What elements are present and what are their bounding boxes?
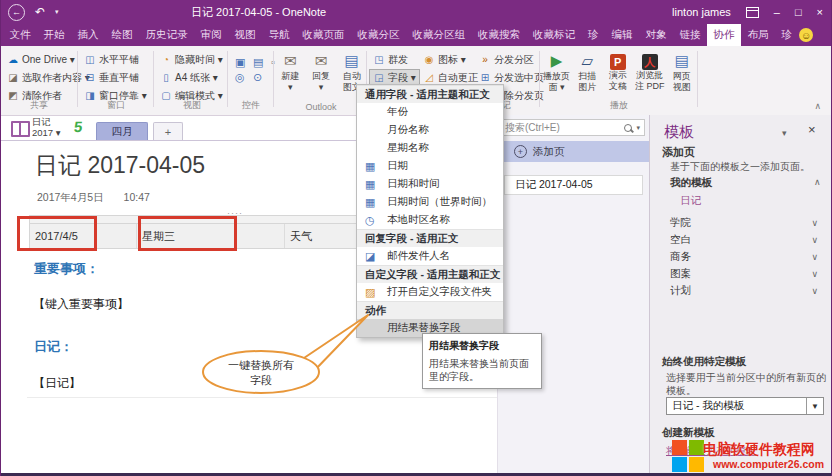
page-list-item[interactable]: 日记 2017-04-05 <box>504 175 643 195</box>
pane-close-icon[interactable]: × <box>808 122 816 137</box>
donut-control-icon[interactable]: ◎ <box>235 71 249 84</box>
template-category[interactable]: 学院∨ <box>670 214 818 231</box>
minimize-icon[interactable]: – <box>774 7 780 18</box>
my-templates-header[interactable]: 我的模板 <box>670 176 712 190</box>
search-placeholder: 搜索(Ctrl+E) <box>505 121 560 135</box>
textfield-control-icon[interactable]: ▤ <box>253 56 267 69</box>
field-menu-item[interactable]: 年份 <box>357 103 503 121</box>
ribbon-tab[interactable]: 收藏搜索 <box>472 24 527 46</box>
field-menu-item[interactable]: ▨打开自定义字段文件夹 <box>357 283 503 301</box>
template-category[interactable]: 图案∨ <box>670 265 818 282</box>
add-page-button[interactable]: + 添加页 <box>498 141 650 162</box>
field-menu-item[interactable]: ▦日期时间（世界时间） <box>357 193 503 211</box>
search-scope-caret-icon[interactable]: ▾ <box>636 124 640 132</box>
pane-menu-caret-icon[interactable]: ▾ <box>782 128 787 138</box>
annotation-red-box-date <box>17 216 97 251</box>
ribbon-button[interactable]: ◔隐藏时间 ▾ <box>156 51 228 68</box>
field-menu-item[interactable]: ▦日期 <box>357 157 503 175</box>
field-menu-item[interactable]: 通用字段 - 适用主题和正文 <box>357 85 503 103</box>
field-menu-item[interactable]: ◪邮件发件人名 <box>357 247 503 265</box>
ribbon-tab[interactable]: 插入 <box>71 24 105 46</box>
acrobat-icon: 人 <box>642 54 658 70</box>
ribbon-button[interactable]: ◪选取作者内容 ▾ <box>3 69 75 86</box>
ribbon-tab[interactable]: 收藏分区组 <box>406 24 472 46</box>
heading-diary[interactable]: 日记： <box>34 338 73 356</box>
template-category[interactable]: 商务∨ <box>670 248 818 265</box>
notebook-name[interactable]: 日记 2017 ▾ <box>32 116 61 138</box>
new-section-tab[interactable]: + <box>153 122 183 140</box>
ribbon-tab[interactable]: 链接 <box>673 24 707 46</box>
ribbon-tab[interactable]: 珍 <box>775 24 799 46</box>
ribbon-big-button[interactable]: ✉回复▾ <box>308 50 335 92</box>
folder-icon: ▨ <box>365 286 375 299</box>
add-page-header: 添加页 <box>662 145 695 160</box>
ribbon-group-view: ◔隐藏时间 ▾▯A4 纸张 ▾▢编辑模式 ▾ 视图 <box>156 50 228 112</box>
field-menu-item[interactable]: 自定义字段 - 适用主题和正文 <box>357 265 503 283</box>
placeholder-important[interactable]: 【键入重要事项】 <box>33 296 129 313</box>
ribbon-tab[interactable]: 对象 <box>639 24 673 46</box>
customize-qat-icon[interactable]: ▾ <box>55 8 59 16</box>
default-template-select[interactable]: 日记 - 我的模板 ▼ <box>666 397 824 415</box>
ribbon-tab[interactable]: 协作 <box>707 24 741 46</box>
ribbon-tab[interactable]: 收藏标记 <box>527 24 582 46</box>
field-menu-item[interactable]: 星期名称 <box>357 139 503 157</box>
ribbon-big-button[interactable]: ▱扫描图片 <box>574 50 601 92</box>
dist-section-icon: » <box>479 54 491 65</box>
ribbon-big-button[interactable]: 人浏览批注 PDF <box>635 50 665 92</box>
ribbon-button[interactable]: ⊟垂直平铺 <box>80 69 152 86</box>
search-input[interactable]: 搜索(Ctrl+E) ▾ <box>500 119 645 136</box>
back-icon[interactable]: ← <box>8 4 25 21</box>
template-link-diary[interactable]: 日记 <box>680 194 701 208</box>
feedback-smiley-icon[interactable]: ☺ <box>799 28 813 42</box>
placeholder-diary[interactable]: 【日记】 <box>33 375 81 392</box>
ribbon-big-button[interactable]: ▶播放页面 ▾ <box>543 50 570 92</box>
select-caret-icon[interactable]: ▼ <box>806 398 823 414</box>
ribbon-big-button[interactable]: ✉新建▾ <box>277 50 304 92</box>
undo-icon[interactable]: ↶ <box>35 6 45 18</box>
ribbon-tab[interactable]: 收藏分区 <box>351 24 406 46</box>
ribbon-big-button[interactable]: P演示文稿 <box>605 50 632 92</box>
template-category[interactable]: 空白∨ <box>670 231 818 248</box>
expand-chevron-icon: ∨ <box>811 286 818 296</box>
ribbon-button[interactable]: ◉图标 ▾ <box>419 51 482 68</box>
ribbon-tab[interactable]: 绘图 <box>105 24 139 46</box>
collapse-ribbon-icon[interactable]: ∧ <box>814 101 821 111</box>
ribbon-tab[interactable]: 文件 <box>3 24 37 46</box>
ribbon-tab[interactable]: 收藏页面 <box>296 24 351 46</box>
ribbon-button[interactable]: ☁One Drive ▾ <box>3 51 75 68</box>
radio-control-icon[interactable]: ⊙ <box>253 71 267 84</box>
windows-logo-icon <box>672 440 704 472</box>
user-name[interactable]: linton james <box>672 6 731 18</box>
ribbon-tab[interactable]: 审阅 <box>194 24 228 46</box>
section-tab-april[interactable]: 四月 <box>96 122 148 140</box>
heading-important[interactable]: 重要事项： <box>34 260 99 278</box>
ribbon-tab-bar: 文件开始插入绘图历史记录审阅视图导航收藏页面收藏分区收藏分区组收藏搜索收藏标记珍… <box>1 24 831 46</box>
ribbon-button[interactable]: ◫水平平铺 <box>80 51 152 68</box>
ribbon-tab[interactable]: 视图 <box>228 24 262 46</box>
search-icon[interactable] <box>624 124 632 132</box>
ribbon-tab[interactable]: 珍 <box>582 24 606 46</box>
ribbon-tab[interactable]: 编辑 <box>605 24 639 46</box>
ribbon-button[interactable]: ◳群发 <box>369 51 420 68</box>
field-menu-item[interactable]: ◷本地时区名称 <box>357 211 503 229</box>
maximize-icon[interactable]: □ <box>795 7 802 18</box>
ribbon-button[interactable]: ▯A4 纸张 ▾ <box>156 69 228 86</box>
checkbox-control-icon[interactable]: ▣ <box>235 56 249 69</box>
template-pane: 模板 ▾ × 添加页 基于下面的模板之一添加页面。 我的模板 ∧ 日记 学院∨空… <box>649 115 832 473</box>
field-menu-item[interactable]: ▦日期和时间 <box>357 175 503 193</box>
close-icon[interactable]: × <box>817 7 823 18</box>
ribbon-tab[interactable]: 布局 <box>741 24 775 46</box>
ribbon-tab[interactable]: 历史记录 <box>139 24 194 46</box>
ribbon-group-controls: ▣ ▤ ▫ ◎ ⊙ 控件 <box>229 50 273 112</box>
ribbon-big-button[interactable]: ▤网页视图 <box>669 50 696 92</box>
template-category[interactable]: 计划∨ <box>670 282 818 299</box>
ribbon-display-options-icon[interactable] <box>746 7 759 18</box>
field-menu-item[interactable]: 月份名称 <box>357 121 503 139</box>
collapse-chevron-icon[interactable]: ∧ <box>814 177 821 187</box>
field-menu-item[interactable]: 动作 <box>357 301 503 319</box>
ribbon-tab[interactable]: 导航 <box>262 24 296 46</box>
ribbon-button[interactable]: »分发分区 <box>475 51 548 68</box>
field-menu-item[interactable]: 回复字段 - 适用正文 <box>357 229 503 247</box>
ribbon-tab[interactable]: 开始 <box>37 24 71 46</box>
page-title[interactable]: 日记 2017-04-05 <box>35 150 205 181</box>
